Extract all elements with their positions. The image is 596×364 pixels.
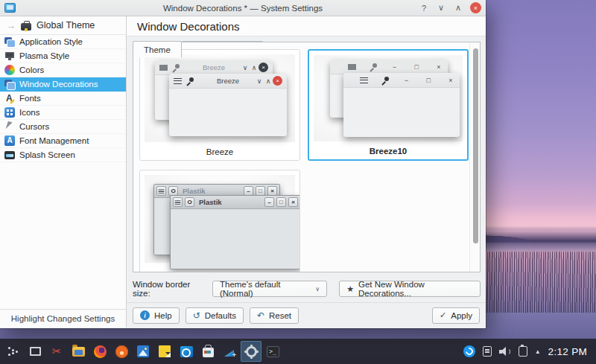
border-size-combobox[interactable]: Theme's default (Normal) ∨ (212, 281, 327, 297)
firefox-icon (94, 345, 107, 358)
minimize-icon: − (402, 77, 411, 84)
volume-icon[interactable] (499, 346, 511, 357)
sidebar-item-label: Font Management (19, 136, 89, 145)
star-icon: ★ (346, 284, 354, 294)
maximize-icon: □ (424, 77, 433, 84)
menu-icon (360, 77, 368, 83)
software-updates-icon[interactable] (463, 345, 475, 357)
clock[interactable]: 2:12 PM (548, 346, 587, 357)
highlight-changed-settings-button[interactable]: Highlight Changed Settings (0, 309, 126, 328)
theme-cards-grid: Breeze ∨ ∧ × (139, 49, 469, 272)
shopping-bag-icon (203, 348, 214, 357)
global-theme-icon (21, 23, 31, 31)
note-icon (159, 345, 171, 357)
preview-window-active: O Plastik – □ × (170, 195, 300, 269)
sidebar-item-icons[interactable]: Icons (0, 106, 126, 120)
outlook-button[interactable] (176, 341, 197, 362)
back-arrow-icon[interactable]: → (6, 20, 16, 31)
sidebar-item-label: Plasma Style (19, 51, 69, 60)
cursors-icon (4, 121, 15, 132)
defaults-reset-icon: ↺ (193, 310, 200, 321)
settings-sidebar: → Global Theme Application Style Plasma … (0, 16, 127, 328)
preview-window-title: Plastik (183, 187, 206, 195)
virtual-desktop-pager[interactable] (25, 341, 45, 362)
pager-icon (30, 347, 41, 356)
apply-button[interactable]: ✓ Apply (432, 307, 480, 324)
font-management-icon (4, 135, 15, 146)
theme-card-breeze[interactable]: Breeze ∨ ∧ × (139, 49, 300, 161)
system-settings-window: Window Decorations * — System Settings ?… (0, 0, 486, 328)
window-titlebar[interactable]: Window Decorations * — System Settings ?… (0, 0, 486, 16)
media-app-icon (115, 345, 128, 358)
menu-icon (156, 186, 166, 196)
gear-icon (246, 346, 257, 357)
theme-name: Breeze (140, 147, 299, 156)
finance-chart-app-button[interactable] (219, 341, 240, 362)
close-window-button[interactable]: × (470, 2, 481, 13)
defaults-button[interactable]: ↺ Defaults (186, 307, 244, 324)
reset-button[interactable]: ↶ Reset (250, 307, 299, 324)
clipboard-icon[interactable] (519, 346, 527, 357)
close-icon: × (446, 77, 455, 84)
close-icon: × (288, 197, 298, 207)
plastik-preview: O Plastik – □ × (145, 175, 295, 263)
discover-store-button[interactable] (197, 341, 218, 362)
preview-window-title: Plastik (199, 198, 222, 206)
menu-icon (348, 64, 356, 70)
tray-expand-icon[interactable]: ▲ (535, 348, 541, 355)
app-launcher-button[interactable] (3, 341, 24, 362)
sidebar-item-label: Icons (19, 108, 40, 117)
sidebar-item-global-theme[interactable]: → Global Theme (0, 16, 126, 35)
cut-tool-button[interactable]: ✂ (46, 341, 67, 362)
window-decorations-icon (4, 79, 15, 89)
media-app-button[interactable] (111, 341, 132, 362)
sidebar-item-application-style[interactable]: Application Style (0, 35, 126, 49)
breeze-preview: Breeze ∨ ∧ × (145, 54, 295, 142)
theme-card-plastik[interactable]: O Plastik – □ × (139, 170, 300, 272)
sidebar-item-splash-screen[interactable]: Splash Screen (0, 148, 126, 162)
border-size-row: Window border size: Theme's default (Nor… (133, 278, 481, 300)
maximize-icon: □ (412, 63, 421, 71)
notes-tray-icon[interactable] (483, 346, 492, 357)
terminal-button[interactable]: >_ (262, 341, 283, 362)
minimize-icon: − (390, 63, 399, 71)
window-title: Window Decorations * — System Settings (0, 4, 486, 13)
help-window-button[interactable]: ? (419, 3, 429, 13)
scrollbar-thumb[interactable] (473, 48, 478, 243)
sidebar-item-plasma-style[interactable]: Plasma Style (0, 49, 126, 63)
sidebar-item-label: Splash Screen (19, 150, 75, 159)
taskbar: ✂ >_ ▲ 2:12 PM (0, 339, 596, 364)
undo-icon: ↶ (257, 310, 264, 321)
sidebar-item-label: Application Style (19, 37, 83, 46)
theme-name: Breeze10 (309, 147, 467, 156)
plasma-style-icon (4, 51, 15, 61)
fonts-icon (4, 93, 15, 103)
firefox-button[interactable] (89, 341, 110, 362)
terminal-icon: >_ (267, 346, 279, 357)
window-decorations-panel: Window Decorations Theme Titlebar Button… (127, 16, 486, 328)
splash-screen-icon (4, 151, 15, 159)
sidebar-item-fonts[interactable]: Fonts (0, 92, 126, 106)
notes-app-button[interactable] (154, 341, 175, 362)
theme-list-scrollbar[interactable] (469, 42, 480, 272)
maximize-window-button[interactable]: ∧ (453, 3, 463, 13)
system-settings-task-button[interactable] (241, 341, 261, 362)
get-new-window-decorations-button[interactable]: ★ Get New Window Decorations... (339, 281, 481, 297)
theme-card-breeze10[interactable]: − □ × (308, 49, 469, 161)
dialog-button-row: i Help ↺ Defaults ↶ Reset ✓ Apply (127, 302, 486, 328)
help-button[interactable]: i Help (133, 307, 180, 324)
border-size-value: Theme's default (Normal) (220, 280, 311, 298)
system-tray: ▲ 2:12 PM (463, 345, 593, 357)
image-gallery-button[interactable] (133, 341, 153, 362)
outlook-icon (180, 346, 193, 357)
sidebar-item-colors[interactable]: Colors (0, 63, 126, 77)
sidebar-item-window-decorations[interactable]: Window Decorations (0, 77, 126, 92)
tab-theme[interactable]: Theme (133, 41, 182, 57)
pin-icon (370, 63, 377, 71)
sidebar-item-font-management[interactable]: Font Management (0, 134, 126, 148)
file-manager-button[interactable] (68, 341, 89, 362)
image-icon (137, 345, 149, 357)
colors-icon (4, 65, 15, 75)
sidebar-item-cursors[interactable]: Cursors (0, 120, 126, 134)
minimize-window-button[interactable]: ∨ (436, 3, 446, 13)
